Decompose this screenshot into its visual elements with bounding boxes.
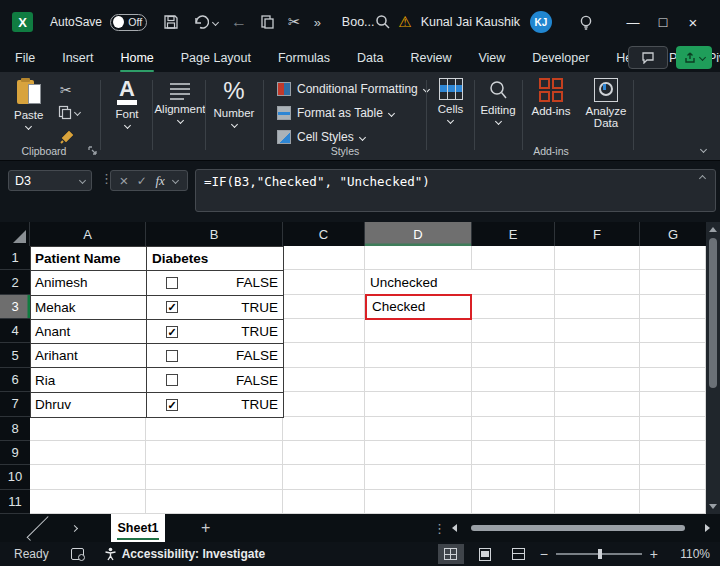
enter-icon[interactable]: ✓ bbox=[137, 174, 147, 188]
accessibility-status[interactable]: Accessibility: Investigate bbox=[104, 547, 265, 561]
user-avatar[interactable]: KJ bbox=[530, 11, 552, 33]
paste-button[interactable]: Paste bbox=[14, 78, 43, 129]
tab-review[interactable]: Review bbox=[410, 51, 451, 65]
column-header-e[interactable]: E bbox=[472, 222, 555, 246]
minimize-button[interactable]: — bbox=[618, 15, 648, 30]
checkbox[interactable] bbox=[166, 399, 178, 411]
page-break-view-button[interactable] bbox=[506, 544, 532, 564]
cell-b5[interactable]: FALSE bbox=[147, 344, 283, 367]
cell-a4[interactable]: Anant bbox=[31, 320, 147, 343]
conditional-formatting-button[interactable]: Conditional Formatting bbox=[277, 82, 429, 96]
sheetbar-options-dots[interactable]: ⋮ bbox=[433, 521, 446, 536]
name-box[interactable]: D3 bbox=[8, 170, 92, 191]
addins-button[interactable]: Add-ins bbox=[526, 78, 576, 117]
format-as-table-button[interactable]: Format as Table bbox=[277, 106, 394, 120]
cell-b6[interactable]: FALSE bbox=[147, 368, 283, 391]
column-header-b[interactable]: B bbox=[146, 222, 283, 246]
horizontal-scrollbar[interactable] bbox=[452, 523, 710, 533]
add-sheet-button[interactable]: + bbox=[201, 519, 210, 537]
cell-a2[interactable]: Animesh bbox=[31, 271, 147, 294]
cell-a1[interactable]: Patient Name bbox=[31, 247, 147, 270]
checkbox[interactable] bbox=[166, 326, 178, 338]
maximize-button[interactable]: □ bbox=[648, 14, 678, 30]
number-group-button[interactable]: % Number bbox=[206, 78, 262, 127]
copy-button[interactable] bbox=[260, 14, 275, 30]
cell-b3[interactable]: TRUE bbox=[147, 296, 283, 319]
page-layout-view-button[interactable] bbox=[472, 544, 498, 564]
tab-home[interactable]: Home bbox=[120, 51, 153, 65]
sheet-nav-left-chevron[interactable] bbox=[27, 516, 52, 541]
insert-function-icon[interactable]: fx bbox=[155, 173, 164, 189]
formula-input[interactable]: =IF(B3,"Checked", "Unchecked") bbox=[195, 169, 716, 212]
lightbulb-icon[interactable] bbox=[578, 14, 594, 31]
comments-button[interactable] bbox=[628, 46, 668, 69]
cell-b1[interactable]: Diabetes bbox=[147, 247, 283, 270]
checkbox[interactable] bbox=[166, 277, 178, 289]
macro-record-icon[interactable] bbox=[71, 548, 84, 560]
cell-b4[interactable]: TRUE bbox=[147, 320, 283, 343]
tab-insert[interactable]: Insert bbox=[62, 51, 93, 65]
checkbox[interactable] bbox=[166, 374, 178, 386]
scroll-right-arrow[interactable] bbox=[705, 524, 710, 532]
column-header-a[interactable]: A bbox=[30, 222, 146, 246]
cell-b2[interactable]: FALSE bbox=[147, 271, 283, 294]
name-box-chevron[interactable] bbox=[79, 177, 86, 184]
row-header-7[interactable]: 7 bbox=[0, 392, 30, 416]
collapse-ribbon-chevron[interactable] bbox=[700, 146, 707, 153]
analyze-data-button[interactable]: Analyze Data bbox=[578, 78, 634, 129]
zoom-slider-track[interactable] bbox=[556, 553, 642, 555]
search-icon[interactable] bbox=[375, 14, 391, 30]
cell-d2[interactable]: Unchecked bbox=[365, 270, 472, 294]
cut-ribbon-button[interactable]: ✂ bbox=[60, 82, 72, 98]
column-header-d[interactable]: D bbox=[365, 222, 472, 246]
warning-icon[interactable]: ⚠ bbox=[398, 13, 411, 31]
tab-developer[interactable]: Developer bbox=[532, 51, 589, 65]
cell-a5[interactable]: Arihant bbox=[31, 344, 147, 367]
column-header-c[interactable]: C bbox=[283, 222, 365, 246]
row-header-3[interactable]: 3 bbox=[0, 295, 30, 319]
format-painter-button[interactable] bbox=[60, 129, 76, 144]
autosave-toggle[interactable]: Off bbox=[110, 14, 147, 31]
scroll-up-arrow[interactable] bbox=[709, 227, 717, 232]
tab-formulas[interactable]: Formulas bbox=[278, 51, 330, 65]
fx-chevron[interactable] bbox=[172, 177, 179, 184]
zoom-level[interactable]: 110% bbox=[676, 547, 710, 561]
close-button[interactable]: × bbox=[678, 14, 708, 31]
sheet-tab-sheet1[interactable]: Sheet1 bbox=[111, 514, 165, 542]
scroll-down-arrow[interactable] bbox=[709, 504, 717, 509]
row-header-1[interactable]: 1 bbox=[0, 246, 30, 270]
row-header-5[interactable]: 5 bbox=[0, 343, 30, 367]
cell-a3[interactable]: Mehak bbox=[31, 296, 147, 319]
grid-body[interactable]: Patient Name Diabetes Animesh FALSE Meha… bbox=[30, 246, 706, 514]
undo-dropdown-chevron[interactable] bbox=[212, 18, 219, 25]
undo-button[interactable] bbox=[192, 14, 218, 30]
row-header-11[interactable]: 11 bbox=[0, 490, 30, 514]
column-header-g[interactable]: G bbox=[640, 222, 706, 246]
row-header-10[interactable]: 10 bbox=[0, 465, 30, 489]
alignment-group-button[interactable]: Alignment bbox=[150, 78, 210, 123]
cells-group-button[interactable]: Cells bbox=[427, 78, 474, 123]
clipboard-dialog-launcher[interactable] bbox=[88, 146, 98, 156]
checkbox[interactable] bbox=[166, 301, 178, 313]
back-arrow-icon[interactable]: ← bbox=[231, 13, 247, 31]
tab-page-layout[interactable]: Page Layout bbox=[181, 51, 251, 65]
cell-d3-selected[interactable]: Checked bbox=[365, 294, 472, 320]
cell-a6[interactable]: Ria bbox=[31, 368, 147, 391]
cell-styles-button[interactable]: Cell Styles bbox=[277, 130, 365, 144]
horizontal-scroll-thumb[interactable] bbox=[471, 525, 685, 531]
vertical-scrollbar[interactable] bbox=[706, 222, 720, 514]
share-button[interactable] bbox=[676, 46, 712, 69]
row-header-2[interactable]: 2 bbox=[0, 270, 30, 294]
sheet-nav-right-chevron[interactable] bbox=[71, 524, 78, 531]
font-group-button[interactable]: A Font bbox=[104, 78, 150, 128]
toolbar-overflow-chevron[interactable]: » bbox=[314, 15, 321, 30]
zoom-out-button[interactable]: − bbox=[540, 546, 548, 562]
checkbox[interactable] bbox=[166, 350, 178, 362]
copy-dropdown-chevron[interactable] bbox=[74, 109, 81, 116]
tab-view[interactable]: View bbox=[478, 51, 505, 65]
row-header-4[interactable]: 4 bbox=[0, 319, 30, 343]
scroll-left-arrow[interactable] bbox=[452, 524, 457, 532]
cut-button[interactable]: ✂ bbox=[288, 13, 301, 31]
tab-file[interactable]: File bbox=[15, 51, 35, 65]
collapse-formula-bar-chevron[interactable] bbox=[699, 175, 706, 182]
